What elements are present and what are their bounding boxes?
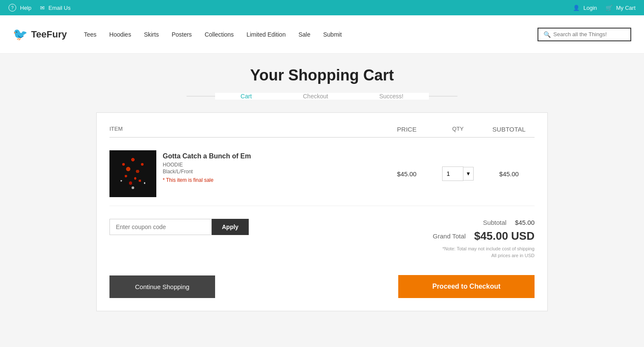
item-name: Gotta Catch a Bunch of Em xyxy=(163,152,251,160)
coupon-input[interactable] xyxy=(109,219,212,235)
note-shipping: *Note: Total may not include cost of shi… xyxy=(433,246,535,251)
item-image xyxy=(109,150,156,197)
nav-collections[interactable]: Collections xyxy=(204,31,233,38)
col-header-subtotal: SUBTOTAL xyxy=(483,126,535,133)
email-link[interactable]: Email Us xyxy=(40,5,71,11)
pixel-art-decoration xyxy=(109,150,156,197)
main-nav: Tees Hoodies Skirts Posters Collections … xyxy=(84,31,538,38)
login-label: Login xyxy=(584,5,597,11)
email-label: Email Us xyxy=(49,5,71,11)
qty-dropdown[interactable]: 1 2 3 4 5 xyxy=(442,166,463,181)
item-details: Gotta Catch a Bunch of Em HOODIE Black/L… xyxy=(163,150,251,183)
apply-button[interactable]: Apply xyxy=(212,219,249,235)
subtotal-value: $45.00 xyxy=(515,219,535,226)
mycart-link[interactable]: My Cart xyxy=(606,5,636,11)
help-label: Help xyxy=(20,5,32,11)
step-success: Success! xyxy=(354,93,429,100)
top-bar-left: Help Email Us xyxy=(9,4,71,11)
totals-section: Subtotal $45.00 Grand Total $45.00 USD *… xyxy=(433,219,535,258)
step-cart: Cart xyxy=(215,93,277,100)
item-final-sale: * This item is final sale xyxy=(163,177,251,183)
grand-total-value: $45.00 USD xyxy=(474,229,535,243)
coupon-section: Apply xyxy=(109,219,249,235)
item-qty-cell: 1 2 3 4 5 ▼ xyxy=(432,166,483,181)
logo-duck-icon: 🐦 xyxy=(13,27,28,41)
item-variant: Black/L/Front xyxy=(163,169,251,175)
help-link[interactable]: Help xyxy=(9,4,32,11)
top-bar: Help Email Us Login My Cart xyxy=(0,0,644,15)
qty-select: 1 2 3 4 5 ▼ xyxy=(432,166,483,181)
top-bar-right: Login My Cart xyxy=(573,5,635,11)
nav-tees[interactable]: Tees xyxy=(84,31,97,38)
item-price: $45.00 xyxy=(381,170,432,178)
proceed-to-checkout-button[interactable]: Proceed to Checkout xyxy=(398,275,535,298)
user-icon xyxy=(573,5,581,11)
login-link[interactable]: Login xyxy=(573,5,597,11)
search-icon: 🔍 xyxy=(543,31,551,38)
nav-hoodies[interactable]: Hoodies xyxy=(109,31,131,38)
cart-icon xyxy=(606,5,614,11)
logo-text: TeeFury xyxy=(31,29,67,40)
continue-shopping-button[interactable]: Continue Shopping xyxy=(109,275,215,298)
nav-limited-edition[interactable]: Limited Edition xyxy=(247,31,286,38)
grand-total-label: Grand Total xyxy=(433,232,466,240)
email-icon xyxy=(40,5,46,11)
search-box: 🔍 xyxy=(538,28,631,41)
item-image-art xyxy=(109,150,156,197)
col-header-item: ITEM xyxy=(109,126,381,133)
col-header-price: PRICE xyxy=(381,126,432,133)
nav-skirts[interactable]: Skirts xyxy=(144,31,159,38)
item-type: HOODIE xyxy=(163,162,251,168)
subtotal-row: Subtotal $45.00 xyxy=(433,219,535,226)
progress-steps: Cart Checkout Success! xyxy=(96,93,548,100)
search-input[interactable] xyxy=(553,31,625,37)
cart-container: ITEM PRICE QTY SUBTOTAL Gotta Catch a Bu… xyxy=(96,112,548,311)
grand-total-row: Grand Total $45.00 USD xyxy=(433,229,535,243)
table-row: Gotta Catch a Bunch of Em HOODIE Black/L… xyxy=(109,146,535,206)
mycart-label: My Cart xyxy=(616,5,636,11)
main-content: Your Shopping Cart Cart Checkout Success… xyxy=(88,54,556,324)
action-buttons: Continue Shopping Proceed to Checkout xyxy=(109,275,535,298)
step-checkout: Checkout xyxy=(277,93,354,100)
cart-header: ITEM PRICE QTY SUBTOTAL xyxy=(109,126,535,138)
help-icon xyxy=(9,4,18,11)
nav-submit[interactable]: Submit xyxy=(323,31,342,38)
logo[interactable]: 🐦 TeeFury xyxy=(13,27,67,41)
col-header-qty: QTY xyxy=(432,126,483,133)
note-currency: All prices are in USD xyxy=(433,253,535,258)
page-title: Your Shopping Cart xyxy=(96,66,548,84)
cart-bottom: Apply Subtotal $45.00 Grand Total $45.00… xyxy=(109,219,535,258)
qty-dropdown-icon[interactable]: ▼ xyxy=(463,167,474,181)
nav-posters[interactable]: Posters xyxy=(172,31,192,38)
subtotal-label: Subtotal xyxy=(483,219,506,226)
item-info: Gotta Catch a Bunch of Em HOODIE Black/L… xyxy=(109,150,381,197)
item-subtotal: $45.00 xyxy=(483,170,535,178)
nav-sale[interactable]: Sale xyxy=(299,31,310,38)
header: 🐦 TeeFury Tees Hoodies Skirts Posters Co… xyxy=(0,15,644,54)
